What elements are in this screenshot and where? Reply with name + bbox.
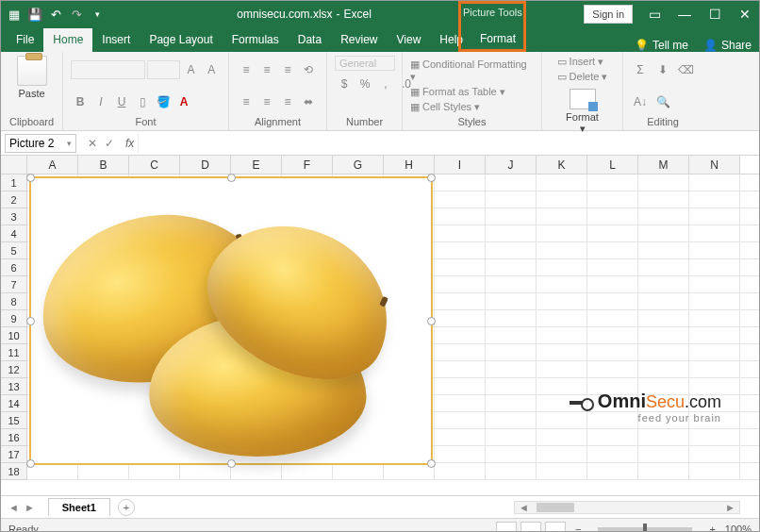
- row-header[interactable]: 15: [1, 412, 27, 429]
- align-top-icon[interactable]: ≡: [237, 60, 256, 79]
- decrease-font-icon[interactable]: A: [202, 60, 221, 79]
- add-sheet-button[interactable]: +: [118, 499, 135, 516]
- sort-filter-icon[interactable]: A↓: [631, 92, 650, 111]
- row-header[interactable]: 16: [1, 429, 27, 446]
- resize-handle[interactable]: [26, 174, 35, 182]
- zoom-level[interactable]: 100%: [725, 524, 752, 533]
- tell-me-button[interactable]: 💡 Tell me: [635, 39, 688, 52]
- column-header[interactable]: N: [689, 156, 740, 174]
- column-header[interactable]: H: [384, 156, 435, 174]
- resize-handle[interactable]: [227, 174, 236, 182]
- conditional-formatting-button[interactable]: ▦ Conditional Formatting ▾: [410, 58, 534, 83]
- row-header[interactable]: 11: [1, 344, 27, 361]
- column-header[interactable]: A: [27, 156, 78, 174]
- row-header[interactable]: 17: [1, 446, 27, 463]
- italic-icon[interactable]: I: [91, 92, 110, 111]
- save-icon[interactable]: 💾: [27, 7, 42, 22]
- row-header[interactable]: 14: [1, 395, 27, 412]
- column-header[interactable]: G: [333, 156, 384, 174]
- resize-handle[interactable]: [26, 459, 35, 468]
- formula-input[interactable]: [138, 134, 759, 153]
- resize-handle[interactable]: [427, 317, 436, 325]
- clear-icon[interactable]: ⌫: [676, 60, 695, 79]
- normal-view-button[interactable]: [496, 522, 517, 533]
- font-family-select[interactable]: [71, 60, 145, 79]
- tab-review[interactable]: Review: [331, 28, 387, 52]
- selected-picture[interactable]: [29, 176, 433, 465]
- currency-icon[interactable]: $: [335, 75, 354, 93]
- tab-view[interactable]: View: [388, 28, 431, 52]
- tab-page-layout[interactable]: Page Layout: [140, 28, 222, 52]
- scroll-thumb[interactable]: [537, 503, 574, 512]
- name-box[interactable]: Picture 2 ▾: [5, 134, 76, 153]
- delete-cells-button[interactable]: ▭ Delete ▾: [557, 71, 608, 83]
- row-header[interactable]: 13: [1, 378, 27, 395]
- close-icon[interactable]: ✕: [736, 7, 753, 22]
- row-header[interactable]: 8: [1, 293, 27, 310]
- sheet-nav-next[interactable]: ►: [25, 502, 35, 513]
- underline-icon[interactable]: U: [112, 92, 131, 111]
- sheet-tab[interactable]: Sheet1: [48, 498, 110, 516]
- row-header[interactable]: 10: [1, 327, 27, 344]
- zoom-out-button[interactable]: −: [570, 524, 587, 533]
- insert-cells-button[interactable]: ▭ Insert ▾: [557, 56, 608, 68]
- format-as-table-button[interactable]: ▦ Format as Table ▾: [410, 86, 534, 98]
- row-header[interactable]: 6: [1, 259, 27, 276]
- fill-color-icon[interactable]: 🪣: [154, 92, 173, 111]
- resize-handle[interactable]: [427, 174, 436, 182]
- merge-icon[interactable]: ⬌: [299, 92, 318, 111]
- column-header[interactable]: L: [587, 156, 638, 174]
- confirm-formula-icon[interactable]: ✓: [105, 137, 114, 150]
- undo-icon[interactable]: ↶: [48, 7, 63, 22]
- column-header[interactable]: F: [282, 156, 333, 174]
- align-left-icon[interactable]: ≡: [237, 92, 256, 111]
- qat-dropdown-icon[interactable]: ▾: [90, 7, 105, 22]
- row-header[interactable]: 18: [1, 463, 27, 480]
- tab-format[interactable]: Format: [471, 27, 524, 51]
- orientation-icon[interactable]: ⟲: [299, 60, 318, 79]
- fx-icon[interactable]: fx: [122, 137, 138, 150]
- column-header[interactable]: D: [180, 156, 231, 174]
- column-header[interactable]: B: [78, 156, 129, 174]
- column-header[interactable]: K: [537, 156, 587, 174]
- zoom-slider[interactable]: [598, 527, 692, 531]
- increase-font-icon[interactable]: A: [182, 60, 201, 79]
- tab-home[interactable]: Home: [43, 28, 92, 52]
- cancel-formula-icon[interactable]: ✕: [88, 137, 97, 150]
- column-header[interactable]: E: [231, 156, 282, 174]
- fill-icon[interactable]: ⬇: [653, 60, 672, 79]
- tab-formulas[interactable]: Formulas: [223, 28, 289, 52]
- align-right-icon[interactable]: ≡: [278, 92, 297, 111]
- column-header[interactable]: J: [486, 156, 537, 174]
- horizontal-scrollbar[interactable]: ◄ ►: [514, 501, 740, 514]
- column-header[interactable]: I: [435, 156, 486, 174]
- bold-icon[interactable]: B: [71, 92, 90, 111]
- scroll-right-icon[interactable]: ►: [721, 502, 739, 513]
- font-color-icon[interactable]: A: [174, 92, 193, 111]
- signin-button[interactable]: Sign in: [584, 5, 633, 24]
- page-break-view-button[interactable]: [545, 522, 566, 533]
- column-header[interactable]: M: [638, 156, 689, 174]
- autosum-icon[interactable]: Σ: [631, 60, 650, 79]
- format-cells-button[interactable]: Format ▾: [566, 89, 599, 135]
- comma-icon[interactable]: ,: [376, 75, 395, 93]
- resize-handle[interactable]: [427, 459, 436, 468]
- row-header[interactable]: 1: [1, 175, 27, 191]
- tab-data[interactable]: Data: [289, 28, 331, 52]
- find-select-icon[interactable]: 🔍: [653, 92, 672, 111]
- worksheet-cells[interactable]: OmniSecu.com feed your brain: [27, 175, 759, 480]
- tab-file[interactable]: File: [7, 28, 43, 52]
- zoom-in-button[interactable]: +: [703, 524, 720, 533]
- select-all-corner[interactable]: [1, 156, 27, 174]
- border-icon[interactable]: ▯: [133, 92, 152, 111]
- percent-icon[interactable]: %: [355, 75, 374, 93]
- cell-styles-button[interactable]: ▦ Cell Styles ▾: [410, 101, 534, 113]
- row-header[interactable]: 9: [1, 310, 27, 327]
- ribbon-options-icon[interactable]: ▭: [646, 7, 663, 22]
- align-bottom-icon[interactable]: ≡: [278, 60, 297, 79]
- column-header[interactable]: C: [129, 156, 180, 174]
- row-header[interactable]: 5: [1, 242, 27, 259]
- minimize-icon[interactable]: —: [676, 7, 693, 22]
- page-layout-view-button[interactable]: [520, 522, 541, 533]
- resize-handle[interactable]: [227, 459, 236, 468]
